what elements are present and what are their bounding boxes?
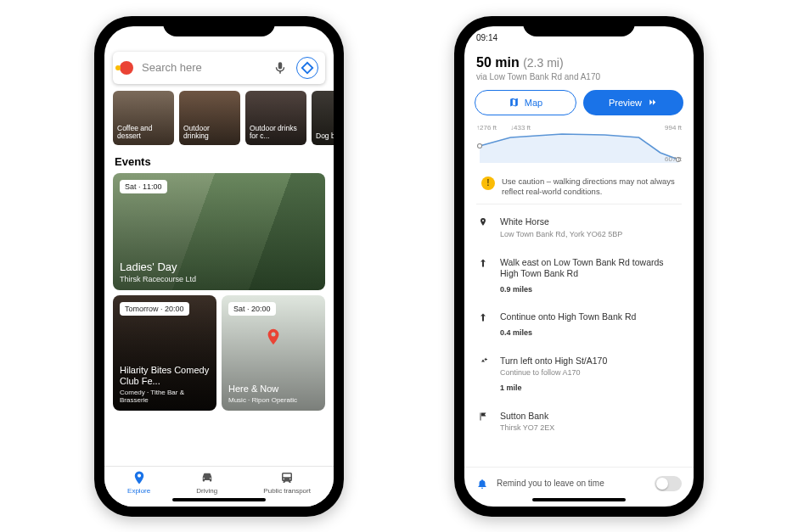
step-main: Turn left onto High St/A170	[500, 356, 607, 367]
event-title: Hilarity Bites Comedy Club Fe...	[120, 365, 210, 386]
route-header: 50 min (2.3 mi) via Low Town Bank Rd and…	[464, 48, 694, 81]
nav-transit[interactable]: Public transport	[263, 470, 311, 495]
phone-left: Search here Coffee and dessert Outdoor d…	[94, 16, 344, 517]
step-distance: 0.4 miles	[500, 328, 636, 339]
map-button[interactable]: Map	[475, 90, 576, 115]
step-distance: 0.9 miles	[500, 285, 682, 295]
direction-step[interactable]: Turn left onto High St/A170 Continue to …	[476, 347, 682, 402]
nav-label: Explore	[127, 487, 150, 495]
home-indicator[interactable]	[532, 498, 626, 501]
warning-text: Use caution – walking directions may not…	[502, 176, 677, 198]
button-label: Preview	[609, 98, 642, 108]
phone-right: 09:14 50 min (2.3 mi) via Low Town Bank …	[454, 16, 704, 517]
remind-toggle[interactable]	[655, 476, 682, 491]
bell-icon	[476, 478, 488, 490]
event-time-chip: Sat · 20:00	[228, 302, 276, 316]
category-label: Outdoor drinking	[183, 125, 236, 141]
nav-label: Driving	[196, 487, 217, 495]
step-main: Walk east on Low Town Bank Rd towards Hi…	[500, 257, 682, 280]
search-placeholder: Search here	[142, 61, 264, 74]
category-card[interactable]: Outdoor drinking	[179, 91, 240, 145]
event-time-chip: Sat · 11:00	[120, 180, 167, 193]
events-header: Events	[104, 145, 334, 173]
category-label: Dog bars	[316, 132, 334, 140]
category-card[interactable]: Coffee and dessert	[113, 91, 174, 145]
svg-point-0	[478, 143, 482, 148]
chevrons-right-icon	[647, 97, 658, 108]
screen-directions: 09:14 50 min (2.3 mi) via Low Town Bank …	[464, 26, 694, 507]
direction-step[interactable]: Sutton Bank Thirsk YO7 2EX	[476, 402, 682, 442]
category-card[interactable]: Dog bars	[312, 91, 334, 145]
elev-ascent: ↑276 ft	[476, 124, 497, 132]
event-card-large[interactable]: Sat · 11:00 Ladies' Day Thirsk Racecours…	[113, 173, 325, 290]
remind-label: Remind you to leave on time	[497, 479, 604, 488]
event-title: Here & Now	[228, 384, 318, 395]
event-subtitle: Music · Ripon Operatic	[228, 396, 318, 404]
status-time: 09:14	[476, 33, 497, 42]
step-main: Sutton Bank	[500, 411, 554, 423]
event-subtitle: Thirsk Racecourse Ltd	[120, 275, 318, 283]
directions-icon[interactable]	[296, 57, 318, 79]
event-card-small[interactable]: Sat · 20:00 Here & Now Music · Ripon Ope…	[222, 295, 325, 411]
nav-driving[interactable]: Driving	[196, 470, 217, 495]
map-pin-icon	[264, 328, 283, 350]
category-row[interactable]: Coffee and dessert Outdoor drinking Outd…	[104, 91, 334, 145]
step-sub: Thirsk YO7 2EX	[500, 423, 554, 434]
elev-descent: ↓433 ft	[510, 124, 531, 132]
route-via: via Low Town Bank Rd and A170	[476, 72, 682, 81]
microphone-icon[interactable]	[273, 60, 288, 76]
arrow-up-icon	[476, 311, 490, 338]
warning-banner: ! Use caution – walking directions may n…	[476, 170, 682, 205]
notch	[523, 16, 635, 36]
elev-max: 994 ft	[665, 124, 682, 132]
elevation-line-icon	[476, 124, 682, 163]
button-row: Map Preview	[475, 90, 683, 115]
car-icon	[200, 470, 215, 485]
direction-step[interactable]: Walk east on Low Town Bank Rd towards Hi…	[476, 249, 682, 304]
screen-explore: Search here Coffee and dessert Outdoor d…	[104, 26, 334, 507]
home-indicator[interactable]	[172, 498, 266, 501]
category-label: Coffee and dessert	[117, 125, 170, 141]
step-main: White Horse	[500, 216, 622, 228]
nav-explore[interactable]: Explore	[127, 470, 150, 495]
category-card[interactable]: Outdoor drinks for c...	[245, 91, 306, 145]
flag-icon	[476, 411, 490, 434]
turn-left-icon	[476, 356, 490, 394]
direction-step[interactable]: Continue onto High Town Bank Rd 0.4 mile…	[476, 303, 682, 346]
directions-steps[interactable]: White Horse Low Town Bank Rd, York YO62 …	[464, 204, 694, 442]
step-sub: Low Town Bank Rd, York YO62 5BP	[500, 230, 622, 240]
step-main: Continue onto High Town Bank Rd	[500, 311, 636, 323]
event-row: Tomorrow · 20:00 Hilarity Bites Comedy C…	[113, 295, 325, 411]
route-distance: (2.3 mi)	[523, 56, 563, 70]
nav-label: Public transport	[263, 487, 311, 495]
app-logo-icon	[120, 61, 133, 75]
step-distance: 1 mile	[500, 384, 607, 394]
warning-icon: !	[481, 176, 495, 190]
pin-icon	[476, 216, 490, 239]
notch	[163, 16, 275, 36]
map-icon	[509, 97, 520, 108]
preview-button[interactable]: Preview	[583, 90, 683, 115]
direction-step[interactable]: White Horse Low Town Bank Rd, York YO62 …	[476, 208, 682, 248]
category-label: Outdoor drinks for c...	[250, 125, 302, 141]
search-bar[interactable]: Search here	[113, 52, 325, 84]
transit-icon	[279, 470, 295, 485]
elev-min: 607 ft	[665, 155, 682, 163]
event-card-small[interactable]: Tomorrow · 20:00 Hilarity Bites Comedy C…	[113, 295, 216, 411]
button-label: Map	[525, 98, 542, 108]
event-title: Ladies' Day	[120, 260, 318, 273]
arrow-up-icon	[476, 257, 490, 295]
step-sub: Continue to follow A170	[500, 368, 607, 378]
elevation-chart: ↑276 ft ↓433 ft 994 ft 607 ft	[476, 124, 682, 163]
event-time-chip: Tomorrow · 20:00	[120, 302, 189, 316]
event-subtitle: Comedy · Tithe Bar & Brasserie	[120, 389, 210, 404]
pin-icon	[132, 470, 147, 485]
route-time: 50 min	[476, 55, 520, 70]
